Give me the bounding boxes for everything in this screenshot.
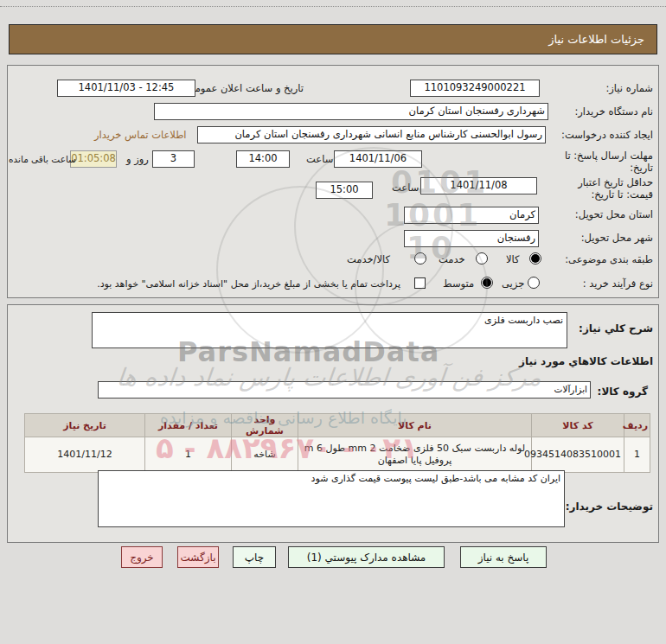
buyer-notes-textarea[interactable]: ایران کد مشابه می باشد-طبق لیست پیوست قی…: [98, 470, 565, 527]
cell-row-number: 1: [624, 437, 650, 473]
deadline-time-field[interactable]: 14:00: [236, 150, 290, 168]
validity-date-field[interactable]: 1401/11/08: [420, 177, 537, 194]
radio-goods-label: کالا: [506, 253, 520, 265]
cell-goods-name: لوله داربست سبک 50 فلزی ضخامت 2 mm طول m…: [298, 437, 532, 473]
top-dotted-divider: [0, 6, 666, 7]
radio-minor-label: جزیی: [502, 277, 524, 290]
validity-hour-label: ساعت: [392, 182, 419, 194]
classification-label: طبقه بندی موضوعی:: [565, 253, 653, 265]
goods-info-title: اطلاعات کالاهاي مورد نیاز: [519, 355, 653, 367]
deadline-hour-label: ساعت: [306, 153, 333, 165]
radio-goods-service[interactable]: [414, 252, 426, 265]
col-need-date: تاریخ نیاز: [25, 414, 145, 437]
radio-minor[interactable]: [528, 277, 540, 289]
cell-goods-code: 0934514083510001: [532, 437, 624, 473]
buyer-notes-label: توضیحات خریدار:: [566, 501, 653, 513]
validity-time-field[interactable]: 15:00: [316, 182, 373, 199]
delivery-province-field[interactable]: کرمان: [404, 207, 539, 224]
col-unit: واحد شمارش: [232, 414, 298, 437]
goods-table-row: 1 0934514083510001 لوله داربست سبک 50 فل…: [25, 437, 650, 473]
view-attachments-button[interactable]: مشاهده مدارک پیوستي (1): [288, 546, 445, 568]
treasury-note-label: پرداخت تمام یا بخشی از مبلغ خرید،از محل …: [97, 278, 400, 290]
purchase-type-label: نوع فرآیند خرید :: [583, 277, 653, 290]
page: جزئیات اطلاعات نیاز شماره نیاز: 11010932…: [0, 0, 666, 644]
radio-goods[interactable]: [529, 252, 541, 265]
request-creator-label: ایجاد کننده درخواست:: [561, 129, 653, 141]
remaining-time-field: 01:05:08: [70, 150, 117, 168]
cell-need-date: 1401/11/12: [25, 437, 145, 473]
radio-medium[interactable]: [481, 277, 493, 289]
radio-medium-label: متوسط: [443, 277, 474, 290]
col-goods-code: کد کالا: [532, 414, 624, 437]
col-row-number: ردیف: [624, 414, 650, 437]
delivery-city-field[interactable]: رفسنجان: [404, 230, 539, 247]
deadline-days-field[interactable]: 3: [152, 150, 195, 168]
announce-datetime-label: تاریخ و ساعت اعلان عمومی:: [183, 82, 304, 94]
page-title: جزئیات اطلاعات نیاز: [548, 33, 644, 46]
announce-datetime-field[interactable]: 1401/11/03 - 12:45: [57, 80, 195, 97]
need-desc-textarea[interactable]: نصب داربست فلزی: [92, 312, 567, 348]
radio-goods-service-label: کالا/خدمت: [347, 253, 390, 265]
price-validity-label: حداقل تاریخ اعتبار قیمت: تا تاریخ:: [563, 176, 653, 201]
buyer-org-label: نام دستگاه خریدار:: [574, 105, 653, 118]
goods-table: ردیف کد کالا نام کالا واحد شمارش تعداد /…: [24, 413, 650, 473]
buyer-contact-link[interactable]: اطلاعات تماس خریدار: [94, 129, 187, 141]
deadline-date-field[interactable]: 1401/11/06: [334, 150, 422, 168]
back-button[interactable]: بازگشت: [177, 546, 219, 568]
days-and-label: روز و: [126, 153, 149, 165]
col-goods-name: نام کالا: [298, 414, 532, 437]
goods-info-panel: شرح کلي نیاز: نصب داربست فلزی اطلاعات کا…: [7, 304, 659, 543]
exit-button[interactable]: خروج: [121, 546, 163, 568]
col-quantity: تعداد / مقدار: [145, 414, 232, 437]
need-number-label: شماره نیاز:: [605, 82, 653, 94]
respond-button[interactable]: پاسخ به نیاز: [460, 546, 547, 568]
delivery-city-label: شهر محل تحویل:: [581, 232, 653, 244]
response-deadline-label: مهلت ارسال پاسخ: تا تاریخ:: [556, 150, 653, 174]
buyer-org-field[interactable]: شهرداری رفسنجان استان کرمان: [154, 103, 548, 120]
cell-quantity: 1: [145, 437, 232, 473]
need-info-panel: شماره نیاز: 1101093249000221 تاریخ و ساع…: [7, 65, 659, 298]
request-creator-field[interactable]: رسول ابوالحسنی کارشناس منابع انسانی شهرد…: [197, 126, 546, 143]
cell-unit: شاخه: [232, 437, 298, 473]
delivery-province-label: استان محل تحویل:: [575, 208, 653, 220]
radio-service-label: خدمت: [439, 253, 465, 265]
print-button[interactable]: چاپ: [233, 546, 276, 568]
title-bar: جزئیات اطلاعات نیاز: [9, 24, 657, 54]
treasury-checkbox[interactable]: [414, 277, 426, 289]
need-number-field[interactable]: 1101093249000221: [410, 80, 540, 97]
goods-group-field[interactable]: ابزارآلات: [98, 381, 591, 399]
goods-table-header-row: ردیف کد کالا نام کالا واحد شمارش تعداد /…: [25, 414, 650, 437]
goods-group-label: گروه کالا:: [598, 386, 648, 398]
need-desc-label: شرح کلي نیاز:: [579, 322, 653, 335]
remaining-time-label: ساعت باقی مانده: [9, 153, 76, 165]
radio-service[interactable]: [476, 252, 488, 265]
